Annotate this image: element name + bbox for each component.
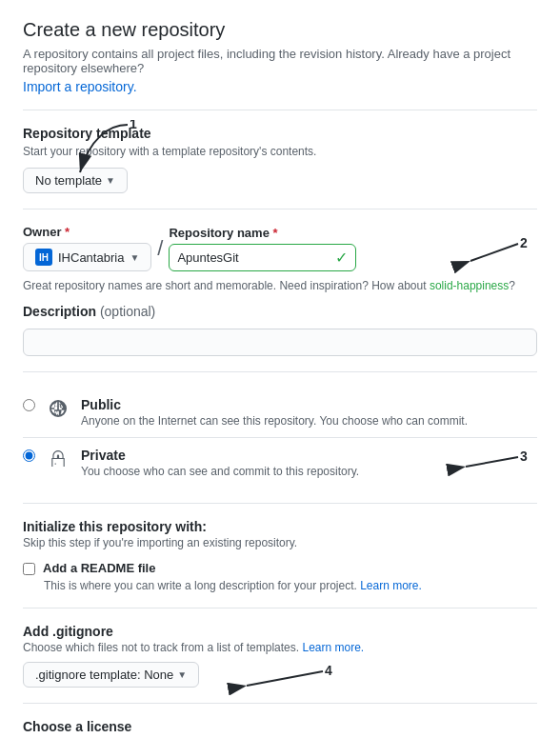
gitignore-desc: Choose which files not to track from a l… [23,641,537,654]
readme-learn-more[interactable]: Learn more. [360,579,422,592]
inspiration-suggestion[interactable]: solid-happiness [430,279,509,292]
divider-6 [23,703,537,704]
divider-2 [23,209,537,209]
gitignore-learn-more[interactable]: Learn more. [302,641,364,654]
repo-name-required: * [273,226,278,240]
owner-field-group: Owner * IH IHCantabria ▼ [23,225,151,271]
divider-1 [23,110,537,110]
repo-name-label: Repository name * [169,226,356,240]
owner-required: * [65,225,70,239]
gitignore-title: Add .gitignore [23,624,537,639]
repo-name-input[interactable] [177,250,330,265]
init-subtitle: Skip this step if you're importing an ex… [23,536,537,549]
svg-text:4: 4 [325,663,332,678]
public-vis-text: Public Anyone on the Internet can see th… [81,397,537,428]
template-dropdown-label: No template [35,173,102,188]
initialize-section: Initialize this repository with: Skip th… [23,519,537,592]
visibility-private-option: Private You choose who can see and commi… [23,437,537,488]
page-subtitle: A repository contains all project files,… [23,47,537,75]
gitignore-section: Add .gitignore Choose which files not to… [23,624,537,688]
slash-divider: / [157,238,163,259]
public-radio[interactable] [23,399,35,411]
owner-dropdown[interactable]: IH IHCantabria ▼ [23,243,151,271]
owner-label: Owner * [23,225,151,239]
description-optional: (optional) [100,304,155,319]
license-section: Choose a license A license tells others … [23,719,537,738]
license-title: Choose a license [23,719,537,734]
visibility-section: Public Anyone on the Internet can see th… [23,388,537,488]
checkmark-icon: ✓ [335,249,348,267]
template-title: Repository template [23,126,537,141]
init-title: Initialize this repository with: [23,519,537,534]
template-subtitle: Start your repository with a template re… [23,145,537,158]
owner-icon: IH [35,249,52,266]
public-desc: Anyone on the Internet can see this repo… [81,414,537,428]
private-radio[interactable] [23,449,35,462]
template-caret-icon: ▼ [106,175,115,186]
description-input[interactable] [23,329,537,356]
readme-label[interactable]: Add a README file [43,561,155,575]
inspiration-text: Great repository names are short and mem… [23,279,537,292]
public-title: Public [81,397,537,412]
globe-icon [45,395,71,422]
repo-name-container: ✓ [169,244,356,271]
readme-desc: This is where you can write a long descr… [44,579,537,592]
template-section: Repository template Start your repositor… [23,126,537,193]
divider-4 [23,503,537,504]
divider-5 [23,608,537,608]
description-label: Description (optional) [23,304,537,319]
page-title: Create a new repository [23,19,537,41]
owner-repo-row: Owner * IH IHCantabria ▼ / Repository na… [23,225,537,271]
visibility-public-option: Public Anyone on the Internet can see th… [23,388,537,437]
owner-name: IHCantabria [58,250,124,265]
private-desc: You choose who can see and commit to thi… [81,465,537,478]
description-section: Description (optional) [23,304,537,356]
repo-name-field-group: Repository name * ✓ [169,226,356,271]
private-vis-text: Private You choose who can see and commi… [81,448,537,478]
template-dropdown[interactable]: No template ▼ [23,168,128,193]
gitignore-caret-icon: ▼ [177,669,187,680]
readme-checkbox-row: Add a README file [23,561,537,575]
divider-3 [23,371,537,372]
import-link[interactable]: Import a repository. [23,79,137,94]
readme-checkbox[interactable] [23,563,35,575]
private-title: Private [81,448,537,463]
gitignore-dropdown[interactable]: .gitignore template: None ▼ [23,662,199,688]
lock-icon [45,446,71,472]
gitignore-dropdown-label: .gitignore template: None [35,668,173,682]
owner-caret-icon: ▼ [130,252,139,263]
